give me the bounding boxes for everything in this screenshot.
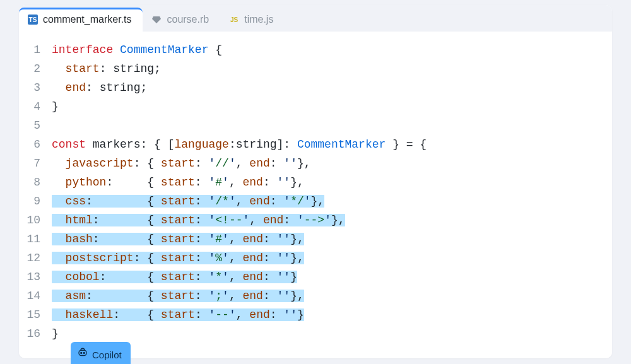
line-number: 1 [19,40,52,59]
javascript-icon: JS [229,15,239,25]
editor-window: TS comment_marker.ts course.rb JS time.j… [19,5,612,358]
copilot-icon [77,346,88,364]
code-line: 2 start: string; [19,59,612,78]
code-line: 16 } [19,324,612,343]
svg-point-2 [83,352,85,353]
tab-label: course.rb [167,14,209,25]
line-number: 12 [19,249,52,267]
line-number: 15 [19,305,52,324]
line-number: 2 [19,59,52,78]
tab-label: comment_marker.ts [43,14,131,25]
line-number: 5 [19,116,52,135]
code-line: 14 asm: { start: ';', end: ''}, [19,286,612,305]
svg-rect-0 [79,350,86,355]
tab-bar: TS comment_marker.ts course.rb JS time.j… [19,5,612,32]
line-number: 9 [19,192,52,211]
code-line: 1 interface CommentMarker { [19,40,612,59]
copilot-suggestion-pill[interactable]: Copilot [71,342,131,364]
copilot-label: Copilot [92,346,122,364]
line-number: 7 [19,154,52,173]
line-number: 3 [19,78,52,97]
code-line: 8 python: { start: '#', end: ''}, [19,173,612,192]
svg-point-1 [81,352,82,353]
ruby-icon [151,15,162,25]
code-editor[interactable]: 1 interface CommentMarker { 2 start: str… [19,32,612,358]
typescript-icon: TS [28,15,38,25]
line-number: 8 [19,173,52,192]
code-line: 13 cobol: { start: '*', end: ''} [19,267,612,286]
tab-label: time.js [244,14,273,25]
code-line: 4 } [19,97,612,116]
code-line: 9 css: { start: '/*', end: '*/'}, [19,192,612,211]
code-line: 11 bash: { start: '#', end: ''}, [19,230,612,249]
line-number: 10 [19,211,52,230]
line-number: 4 [19,97,52,116]
code-line: 3 end: string; [19,78,612,97]
code-line: 6 const markers: { [language:string]: Co… [19,135,612,154]
tab-comment-marker[interactable]: TS comment_marker.ts [19,8,143,32]
code-line: 12 postscript: { start: '%', end: ''}, [19,249,612,267]
line-number: 11 [19,230,52,249]
tab-course-rb[interactable]: course.rb [143,8,220,32]
code-line: 5 [19,116,612,135]
line-number: 14 [19,286,52,305]
code-line: 15 haskell: { start: '--', end: ''} [19,305,612,324]
code-line: 10 html: { start: '<!--', end: '-->'}, [19,211,612,230]
code-line: 7 javascript: { start: '//', end: ''}, [19,154,612,173]
line-number: 13 [19,267,52,286]
line-number: 6 [19,135,52,154]
tab-time-js[interactable]: JS time.js [220,8,285,32]
line-number: 16 [19,324,52,343]
